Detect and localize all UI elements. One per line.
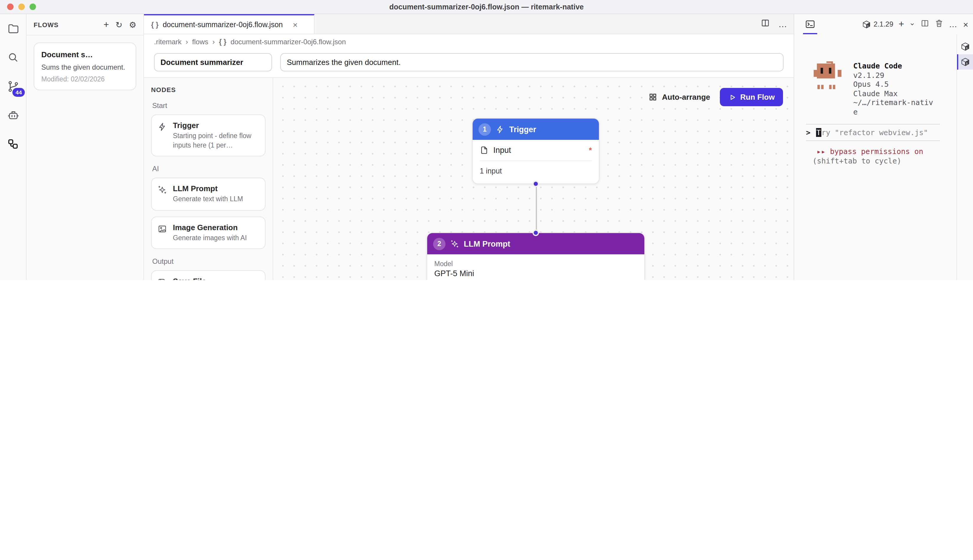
source-control-tab[interactable]: 44	[6, 79, 20, 93]
flow-card-title: Document s…	[41, 50, 128, 59]
breadcrumb-separator: ›	[212, 38, 215, 46]
prompt-placeholder-rest: ry "refactor webview.js"	[821, 128, 928, 137]
claude-prompt-input[interactable]: > Try "refactor webview.js"	[806, 123, 940, 141]
nodes-palette: NODES Start Trigger Starting point - def…	[144, 78, 273, 280]
claude-mascot-icon	[814, 62, 841, 89]
auto-arrange-label: Auto-arrange	[662, 93, 710, 102]
claude-version-indicator[interactable]: 2.1.29	[862, 20, 893, 28]
claude-title: Claude Code	[853, 62, 933, 70]
auto-arrange-button[interactable]: Auto-arrange	[648, 93, 710, 102]
explorer-tab[interactable]	[6, 21, 20, 35]
plus-icon: +	[103, 20, 109, 29]
section-label-start: Start	[152, 102, 264, 110]
run-flow-button[interactable]: Run Flow	[720, 88, 783, 106]
more-actions-button[interactable]: …	[778, 20, 788, 28]
tab-flow-file[interactable]: { } document-summarizer-0oj6.flow.json ×	[144, 14, 315, 33]
sparkles-icon	[450, 239, 459, 248]
terminal-tab[interactable]	[802, 14, 818, 34]
section-label-output: Output	[152, 257, 264, 265]
maximize-window-button[interactable]	[30, 3, 36, 10]
new-terminal-dropdown[interactable]	[909, 19, 915, 30]
trigger-output-handle[interactable]	[533, 180, 539, 187]
bypass-text: bypass permissions on	[825, 147, 923, 155]
close-tab-icon[interactable]: ×	[293, 20, 298, 29]
required-asterisk: *	[589, 146, 592, 155]
flows-tab[interactable]	[6, 137, 20, 151]
permissions-mode-status: ▸▸ bypass permissions on (shift+tab to c…	[816, 147, 956, 165]
breadcrumb-folder[interactable]: flows	[192, 38, 208, 46]
flow-meta-form	[144, 50, 794, 78]
play-icon	[728, 93, 736, 101]
divider	[480, 160, 592, 161]
kill-terminal-button[interactable]	[935, 18, 943, 30]
bypass-arrows: ▸▸	[816, 147, 825, 155]
zap-icon	[496, 125, 505, 134]
search-tab[interactable]	[6, 50, 20, 64]
claude-version-text: 2.1.29	[873, 20, 893, 28]
ai-assistant-tab[interactable]	[6, 108, 20, 122]
palette-card-save-file[interactable]: Save File Save output to a file in your …	[151, 270, 265, 280]
claude-banner: Claude Code v2.1.29 Opus 4.5 Claude Max …	[814, 62, 956, 117]
tab-label: document-summarizer-0oj6.flow.json	[163, 20, 283, 28]
refresh-icon: ↻	[115, 20, 122, 28]
breadcrumb[interactable]: .ritemark › flows › { } document-summari…	[144, 34, 794, 50]
minimize-window-button[interactable]	[18, 3, 25, 10]
trigger-input-summary: 1 input	[480, 167, 592, 175]
gear-icon: ⚙	[129, 20, 136, 28]
flows-settings-button[interactable]: ⚙	[129, 20, 136, 28]
flow-name-input[interactable]	[154, 53, 272, 72]
node-title: Trigger	[509, 125, 536, 134]
terminal-list-item[interactable]	[957, 39, 973, 54]
flow-canvas[interactable]: Auto-arrange Run Flow 1	[273, 78, 794, 280]
flow-icon	[9, 140, 17, 148]
flow-description-input[interactable]	[280, 53, 784, 72]
terminal-list	[956, 34, 973, 280]
model-value: GPT-5 Mini	[434, 269, 637, 278]
claude-version: v2.1.29	[853, 70, 933, 80]
split-editor-icon	[762, 20, 768, 26]
new-flow-button[interactable]: +	[103, 20, 109, 29]
palette-card-llm-prompt[interactable]: LLM Prompt Generate text with LLM	[151, 178, 265, 210]
palette-card-title: Image Generation	[173, 223, 247, 232]
app-window: document-summarizer-0oj6.flow.json — rit…	[0, 0, 973, 280]
flows-sidebar: FLOWS + ↻ ⚙ Document s… Sums the given d…	[27, 14, 144, 280]
trigger-input-label: Input	[493, 146, 511, 155]
source-control-badge: 44	[13, 88, 25, 97]
tab-strip: { } document-summarizer-0oj6.flow.json ×…	[144, 14, 794, 34]
terminal-list-item-active[interactable]	[957, 54, 973, 70]
editor-area: { } document-summarizer-0oj6.flow.json ×…	[144, 14, 794, 280]
new-terminal-button[interactable]: +	[899, 20, 904, 29]
split-terminal-button[interactable]	[920, 18, 929, 30]
terminal-content[interactable]: Claude Code v2.1.29 Opus 4.5 Claude Max …	[794, 34, 956, 280]
split-terminal-icon	[920, 18, 929, 27]
terminal-more-button[interactable]: …	[949, 20, 958, 28]
claude-cube-icon	[960, 57, 970, 67]
edge-trigger-to-llm	[535, 185, 536, 232]
claude-plan: Claude Max	[853, 89, 933, 98]
prompt-placeholder: Try "refactor webview.js"	[816, 128, 928, 137]
title-bar: document-summarizer-0oj6.flow.json — rit…	[0, 0, 973, 14]
refresh-flows-button[interactable]: ↻	[115, 20, 122, 28]
node-llm-prompt[interactable]: 2 LLM Prompt Model GPT-5 Mini System You…	[427, 232, 645, 280]
section-label-ai: AI	[152, 165, 264, 173]
breadcrumb-root[interactable]: .ritemark	[154, 38, 182, 46]
node-trigger[interactable]: 1 Trigger Input * 1 input	[472, 118, 600, 184]
prompt-chevron: >	[806, 128, 810, 137]
chevron-down-icon	[909, 21, 915, 27]
node-number-badge: 1	[478, 123, 491, 135]
claude-cwd-wrap: e	[853, 107, 933, 117]
sparkles-icon	[158, 185, 167, 204]
palette-card-description: Generate text with LLM	[173, 195, 243, 204]
breadcrumb-file[interactable]: document-summarizer-0oj6.flow.json	[230, 38, 346, 46]
flow-list-item[interactable]: Document s… Sums the given document. Mod…	[33, 42, 136, 90]
llm-input-handle[interactable]	[533, 230, 539, 236]
flows-panel-title: FLOWS	[33, 21, 58, 28]
palette-card-image-generation[interactable]: Image Generation Generate images with AI	[151, 216, 265, 249]
close-panel-button[interactable]: ×	[963, 20, 968, 28]
claude-cube-icon	[960, 42, 970, 51]
palette-card-trigger[interactable]: Trigger Starting point - define flow inp…	[151, 115, 265, 157]
node-title: LLM Prompt	[464, 239, 510, 248]
close-window-button[interactable]	[7, 3, 13, 10]
split-editor-button[interactable]	[761, 18, 770, 30]
robot-icon	[8, 112, 18, 118]
